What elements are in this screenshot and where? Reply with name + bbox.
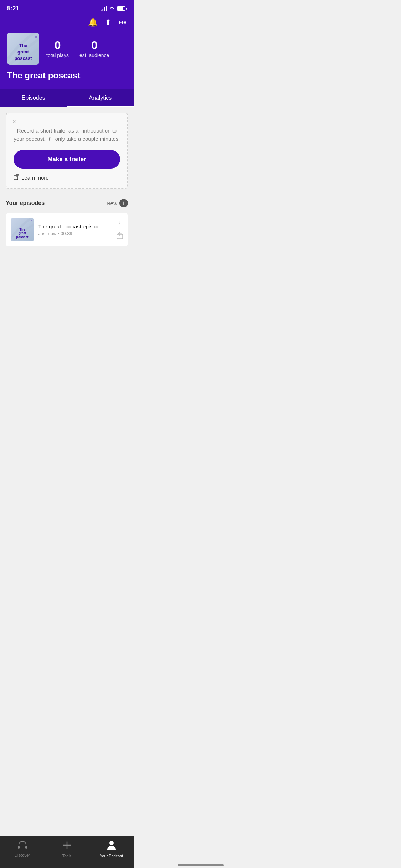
wifi-icon [109,6,115,11]
learn-more-button[interactable]: Learn more [14,174,49,181]
total-plays-label: total plays [46,52,69,58]
plus-icon: + [119,199,128,207]
chevron-right-icon[interactable]: › [119,219,121,226]
tab-episodes[interactable]: Episodes [0,89,67,107]
thumbnail-title: Thegreatposcast [9,42,37,61]
status-bar: 5:21 [0,0,134,15]
total-plays-number: 0 [46,40,69,51]
episode-details: The great podcast episode Just now • 00:… [38,223,112,236]
status-icons [101,6,127,11]
header: 🔔 ⬆ ••• ♫ Thegreatposcast 0 total plays … [0,15,134,89]
share-button[interactable]: ⬆ [105,18,111,27]
status-time: 5:21 [7,5,19,12]
more-button[interactable]: ••• [118,18,127,27]
external-link-icon [14,174,19,181]
notification-button[interactable]: 🔔 [88,18,98,27]
share-svg [117,232,123,239]
est-audience-number: 0 [79,40,109,51]
episode-meta: Just now • 00:39 [38,231,112,236]
signal-icon [101,6,107,11]
external-link-svg [14,174,19,180]
est-audience-stat: 0 est. audience [79,40,109,58]
make-trailer-button[interactable]: Make a trailer [14,150,120,169]
podcast-title: The great poscast [7,71,127,82]
thumbnail-sound-icon: ♫ [35,35,37,39]
episode-name: The great podcast episode [38,223,112,229]
est-audience-label: est. audience [79,52,109,58]
battery-icon [117,6,127,11]
podcast-info: ♫ Thegreatposcast 0 total plays 0 est. a… [7,33,127,65]
trailer-card: × Record a short trailer as an introduct… [6,113,128,189]
episode-thumb-text: Thegreatposcast [12,228,32,239]
episode-thumb-icon: ♫ [30,219,32,223]
episodes-section-title: Your episodes [6,200,45,206]
new-label: New [107,200,117,206]
episode-item[interactable]: ♫ Thegreatposcast The great podcast epis… [6,213,128,246]
podcast-thumbnail: ♫ Thegreatposcast [7,33,39,65]
stats-container: 0 total plays 0 est. audience [46,40,109,58]
trailer-description: Record a short trailer as an introductio… [14,123,120,143]
episode-share-icon[interactable] [117,232,123,241]
new-episode-button[interactable]: New + [107,199,128,207]
content: × Record a short trailer as an introduct… [0,107,134,284]
episode-actions: › [117,219,123,241]
total-plays-stat: 0 total plays [46,40,69,58]
close-trailer-button[interactable]: × [12,118,16,126]
tab-analytics[interactable]: Analytics [67,89,134,107]
episodes-header: Your episodes New + [6,196,128,213]
header-actions: 🔔 ⬆ ••• [7,18,127,27]
learn-more-label: Learn more [21,175,49,181]
episode-thumbnail: ♫ Thegreatposcast [11,218,34,241]
tabs: Episodes Analytics [0,89,134,107]
